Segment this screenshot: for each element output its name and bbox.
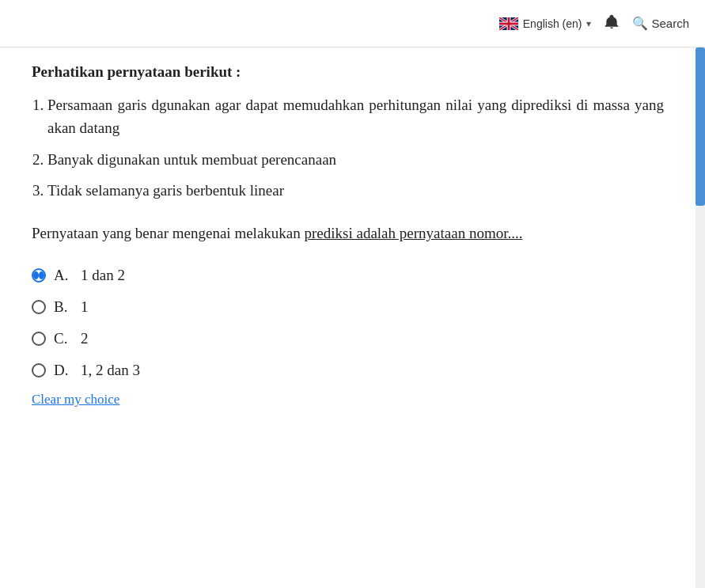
option-b[interactable]: B. 1 (32, 298, 664, 316)
radio-dot-a (33, 271, 39, 279)
option-a[interactable]: A. 1 dan 2 (32, 267, 664, 284)
option-c-text: 2 (81, 330, 89, 347)
header-text-content: Perhatikan pernyataan berikut : (32, 63, 241, 80)
option-d[interactable]: D. 1, 2 dan 3 (32, 362, 664, 379)
list-item: Banyak digunakan untuk membuat perencana… (47, 148, 664, 171)
list-item: Persamaan garis dgunakan agar dapat memu… (47, 93, 664, 140)
chevron-down-icon: ▾ (586, 18, 591, 29)
search-icon: 🔍 (632, 16, 648, 31)
options-list: A. 1 dan 2 B. 1 C. 2 D. 1, 2 dan 3 (32, 267, 664, 379)
language-selector[interactable]: English (en) ▾ (499, 17, 592, 30)
option-c[interactable]: C. 2 (32, 330, 664, 347)
bell-icon (604, 13, 620, 29)
option-d-letter: D. (54, 362, 73, 379)
scrollbar[interactable] (696, 47, 705, 588)
question-text: Pernyataan yang benar mengenai melakukan… (32, 222, 664, 245)
option-b-letter: B. (54, 298, 73, 316)
question-header: Perhatikan pernyataan berikut : (32, 63, 664, 81)
main-content: Perhatikan pernyataan berikut : Persamaa… (0, 47, 696, 588)
list-item: Tidak selamanya garis berbentuk linear (47, 179, 664, 202)
scrollbar-thumb[interactable] (696, 47, 705, 206)
search-button[interactable]: 🔍 Search (632, 16, 689, 31)
clear-choice-link[interactable]: Clear my choice (32, 392, 119, 407)
radio-d[interactable] (32, 363, 46, 377)
option-a-letter: A. (54, 267, 73, 284)
option-b-text: 1 (81, 298, 89, 316)
radio-a[interactable] (32, 268, 46, 283)
flag-icon (499, 17, 518, 30)
notifications-bell[interactable] (604, 13, 620, 33)
radio-b[interactable] (32, 300, 46, 314)
uk-flag-svg (499, 17, 518, 30)
option-a-text: 1 dan 2 (81, 267, 125, 284)
numbered-list: Persamaan garis dgunakan agar dapat memu… (47, 93, 664, 203)
option-c-letter: C. (54, 330, 73, 347)
language-label: English (en) (523, 17, 582, 30)
option-d-text: 1, 2 dan 3 (81, 362, 140, 379)
top-bar: English (en) ▾ 🔍 Search (0, 0, 705, 47)
radio-c[interactable] (32, 332, 46, 346)
search-label: Search (651, 17, 689, 30)
